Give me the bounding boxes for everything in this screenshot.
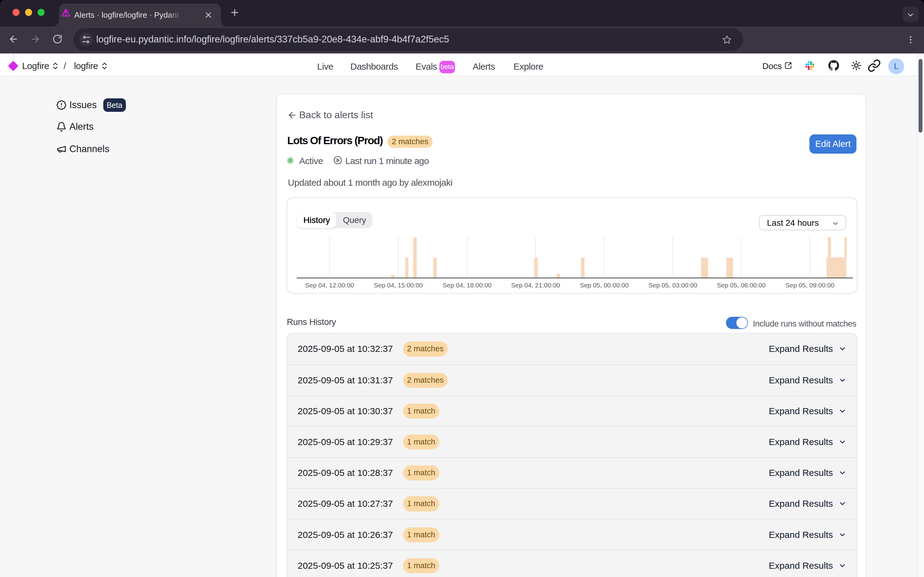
svg-text:Sep 04, 18:00:00: Sep 04, 18:00:00	[442, 282, 491, 288]
svg-text:Sep 04, 12:00:00: Sep 04, 12:00:00	[305, 282, 354, 288]
svg-text:Sep 04, 21:00:00: Sep 04, 21:00:00	[511, 282, 560, 288]
svg-text:Sep 05, 09:00:00: Sep 05, 09:00:00	[785, 282, 834, 288]
svg-text:Sep 05, 00:00:00: Sep 05, 00:00:00	[580, 282, 629, 288]
svg-text:Sep 05, 03:00:00: Sep 05, 03:00:00	[648, 282, 697, 288]
svg-text:Sep 04, 15:00:00: Sep 04, 15:00:00	[374, 282, 422, 288]
svg-text:Sep 05, 06:00:00: Sep 05, 06:00:00	[717, 282, 766, 288]
